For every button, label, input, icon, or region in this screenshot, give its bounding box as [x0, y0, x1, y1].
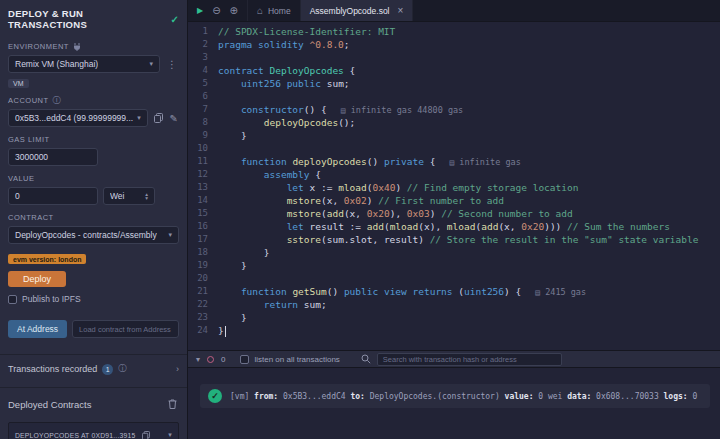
- chevron-down-icon[interactable]: ▾: [168, 431, 172, 439]
- code-token: ();: [338, 117, 355, 128]
- code-token: }: [218, 130, 247, 141]
- line-number[interactable]: 20: [188, 272, 218, 285]
- environment-select[interactable]: Remix VM (Shanghai) ▾: [8, 55, 160, 73]
- at-address-input[interactable]: [72, 320, 179, 338]
- environment-plug-icon[interactable]: [73, 43, 81, 51]
- transaction-log-row[interactable]: ✓ [vm] from: 0x5B3...eddC4 to: DeployOpc…: [200, 384, 710, 408]
- value-input[interactable]: [8, 187, 98, 205]
- code-line[interactable]: 7 constructor() {▤ infinite gas 44800 ga…: [188, 103, 720, 116]
- line-number[interactable]: 3: [188, 51, 218, 64]
- code-line[interactable]: 12 assembly {: [188, 168, 720, 181]
- value-unit-select[interactable]: Wei ▴ ▾: [103, 187, 155, 205]
- copy-address-icon[interactable]: [141, 427, 151, 439]
- line-number[interactable]: 5: [188, 77, 218, 90]
- code-line[interactable]: 4contract DeployOpcodes {: [188, 64, 720, 77]
- line-number[interactable]: 10: [188, 142, 218, 155]
- code-line[interactable]: 9 }: [188, 129, 720, 142]
- code-line[interactable]: 10: [188, 142, 720, 155]
- search-icon: [361, 351, 372, 367]
- code-line[interactable]: 2pragma solidity ^0.8.0;: [188, 38, 720, 51]
- line-number[interactable]: 19: [188, 259, 218, 272]
- code-line[interactable]: 3: [188, 51, 720, 64]
- play-icon[interactable]: ▶: [197, 6, 203, 15]
- transactions-info-icon[interactable]: ⓘ: [118, 363, 127, 375]
- code-line[interactable]: 14 mstore(x, 0x02) // First number to ad…: [188, 194, 720, 207]
- environment-options-icon[interactable]: ⋮: [165, 56, 179, 72]
- code-line[interactable]: 6: [188, 90, 720, 103]
- code-token: mstore: [287, 195, 321, 206]
- deployed-contract-instance[interactable]: DEPLOYOPCODES AT 0XD91...3915 ▾: [8, 422, 179, 439]
- transactions-recorded-section[interactable]: Transactions recorded 1 ⓘ ›: [0, 354, 187, 375]
- code-line[interactable]: 17 sstore(sum.slot, result) // Store the…: [188, 233, 720, 246]
- code-line[interactable]: 15 mstore(add(x, 0x20), 0x03) // Second …: [188, 207, 720, 220]
- listen-all-transactions-checkbox[interactable]: [240, 355, 249, 364]
- code-token: mload: [390, 221, 419, 232]
- account-select[interactable]: 0x5B3...eddC4 (99.99999999... ▾: [8, 109, 148, 127]
- line-number[interactable]: 12: [188, 168, 218, 181]
- line-number[interactable]: 21: [188, 285, 218, 298]
- code-line[interactable]: 5 uint256 public sum;: [188, 77, 720, 90]
- edit-account-icon[interactable]: ✎: [168, 110, 179, 126]
- line-number[interactable]: 17: [188, 233, 218, 246]
- code-line[interactable]: 1// SPDX-License-Identifier: MIT: [188, 25, 720, 38]
- transactions-count-badge: 1: [102, 364, 113, 375]
- gas-limit-input[interactable]: [8, 148, 98, 166]
- code-token: () {: [304, 104, 327, 115]
- chevron-right-icon[interactable]: ›: [176, 364, 179, 374]
- code-line[interactable]: 13 let x := mload(0x40) // Find empty st…: [188, 181, 720, 194]
- code-token: 0x02: [344, 195, 367, 206]
- tab-assemblyopcode[interactable]: AssemblyOpcode.sol ×: [301, 0, 414, 21]
- transactions-recorded-row[interactable]: Transactions recorded 1 ⓘ ›: [8, 363, 179, 375]
- code-line[interactable]: 19 }: [188, 259, 720, 272]
- line-number[interactable]: 13: [188, 181, 218, 194]
- line-number[interactable]: 22: [188, 298, 218, 311]
- code-text: // SPDX-License-Identifier: MIT: [218, 25, 395, 38]
- line-number[interactable]: 24: [188, 324, 218, 337]
- line-number[interactable]: 6: [188, 90, 218, 103]
- code-line[interactable]: 8 deployOpcodes();: [188, 116, 720, 129]
- account-info-icon[interactable]: ⓘ: [53, 97, 62, 105]
- line-number[interactable]: 23: [188, 311, 218, 324]
- deployed-contracts-title: Deployed Contracts: [8, 399, 91, 410]
- code-line[interactable]: 18 }: [188, 246, 720, 259]
- code-line[interactable]: 11 function deployOpcodes() private {▤ i…: [188, 155, 720, 168]
- line-number[interactable]: 1: [188, 25, 218, 38]
- line-number[interactable]: 7: [188, 103, 218, 116]
- terminal-body[interactable]: ✓ [vm] from: 0x5B3...eddC4 to: DeployOpc…: [188, 368, 720, 439]
- code-token: function: [241, 156, 292, 167]
- clear-instances-trash-icon[interactable]: [165, 396, 179, 412]
- line-number[interactable]: 15: [188, 207, 218, 220]
- contract-select[interactable]: DeployOpcodes - contracts/Assembly ▾: [8, 226, 179, 244]
- line-number[interactable]: 16: [188, 220, 218, 233]
- line-number[interactable]: 9: [188, 129, 218, 142]
- terminal-search-input[interactable]: [377, 353, 562, 366]
- line-number[interactable]: 4: [188, 64, 218, 77]
- line-number[interactable]: 14: [188, 194, 218, 207]
- line-number[interactable]: 11: [188, 155, 218, 168]
- code-line[interactable]: 20: [188, 272, 720, 285]
- code-token: mstore: [287, 208, 321, 219]
- close-icon[interactable]: ×: [398, 5, 404, 16]
- zoom-in-icon[interactable]: ⊕: [230, 5, 238, 16]
- code-line[interactable]: 16 let result := add(mload(x), mload(add…: [188, 220, 720, 233]
- code-editor[interactable]: 1// SPDX-License-Identifier: MIT2pragma …: [188, 22, 720, 350]
- tab-home[interactable]: ⌂ Home: [248, 0, 301, 21]
- line-number[interactable]: 18: [188, 246, 218, 259]
- code-line[interactable]: 24}: [188, 324, 720, 337]
- publish-ipfs-checkbox[interactable]: [8, 295, 17, 304]
- line-number[interactable]: 8: [188, 116, 218, 129]
- code-line[interactable]: 21 function getSum() public view returns…: [188, 285, 720, 298]
- code-token: mload: [447, 221, 476, 232]
- code-text: mstore(add(x, 0x20), 0x03) // Second num…: [218, 207, 573, 220]
- terminal-toggle-chevron-icon[interactable]: ▾: [196, 355, 200, 364]
- panel-title-row: DEPLOY & RUN TRANSACTIONS ✓: [8, 8, 179, 30]
- at-address-button[interactable]: At Address: [8, 320, 67, 338]
- zoom-out-icon[interactable]: ⊖: [212, 5, 220, 16]
- code-token: // Second number to add: [441, 208, 573, 219]
- line-number[interactable]: 2: [188, 38, 218, 51]
- code-line[interactable]: 23 }: [188, 311, 720, 324]
- code-token: private: [384, 156, 430, 167]
- deploy-button[interactable]: Deploy: [8, 271, 66, 287]
- copy-account-icon[interactable]: [153, 110, 164, 126]
- code-line[interactable]: 22 return sum;: [188, 298, 720, 311]
